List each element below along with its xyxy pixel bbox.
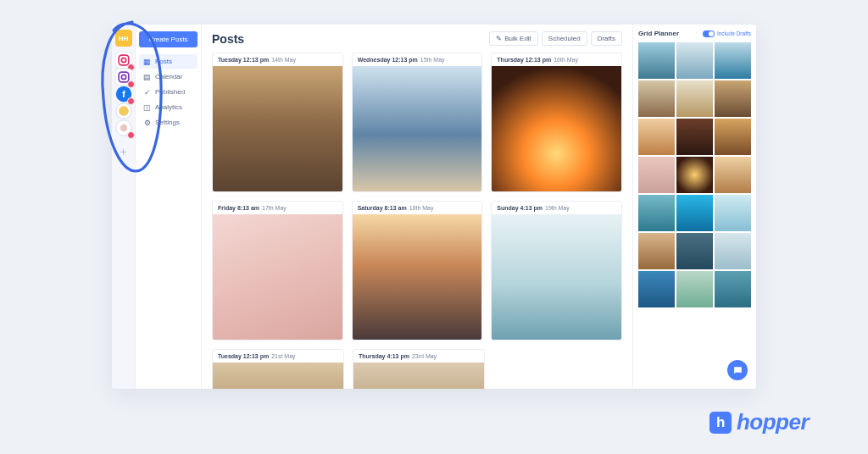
planner-cell[interactable]	[638, 157, 675, 193]
planner-cell[interactable]	[715, 195, 751, 231]
pencil-icon: ✎	[496, 35, 502, 42]
chat-icon	[732, 365, 743, 376]
planner-cell[interactable]	[638, 195, 675, 231]
account-facebook[interactable]: f	[115, 86, 132, 102]
post-thumbnail	[213, 214, 342, 340]
calendar-icon: ▤	[143, 73, 151, 80]
planner-cell[interactable]	[715, 233, 751, 269]
post-meta: Friday 8:13 am17th May	[213, 202, 342, 214]
user-avatar[interactable]: HH	[115, 30, 132, 47]
nav-item-label: Analytics	[155, 103, 182, 111]
post-meta: Tuesday 12:13 pm14th May	[213, 53, 342, 66]
post-thumbnail	[353, 214, 482, 340]
grid-icon: ▦	[143, 58, 151, 65]
grid-planner-panel: Grid Planner Include Drafts	[632, 25, 756, 389]
account-extra[interactable]	[115, 119, 132, 136]
post-meta: Thursday 12:13 pm16th May	[492, 53, 621, 66]
chart-icon: ◫	[143, 103, 151, 111]
nav-item-label: Settings	[155, 119, 180, 126]
add-account-button[interactable]: +	[120, 145, 126, 158]
nav-item-label: Published	[155, 88, 185, 96]
planner-cell[interactable]	[638, 271, 675, 307]
planner-cell[interactable]	[676, 157, 713, 193]
planner-cell[interactable]	[638, 42, 675, 79]
svg-point-9	[119, 106, 129, 116]
page-header: Posts ✎ Bulk Edit Scheduled Drafts	[212, 31, 622, 46]
account-twitter[interactable]	[115, 102, 132, 119]
planner-cell[interactable]	[715, 42, 751, 79]
create-posts-button[interactable]: Create Posts	[139, 31, 198, 47]
account-instagram-1[interactable]	[115, 52, 132, 69]
brand-mark-icon: h	[709, 412, 732, 434]
planner-cell[interactable]	[676, 233, 713, 269]
page-title: Posts	[212, 32, 244, 46]
brand-text: hopper	[737, 409, 809, 435]
post-card[interactable]: Thursday 4:13 pm23rd May	[353, 349, 485, 389]
planner-cell[interactable]	[676, 42, 713, 79]
check-icon: ✓	[143, 88, 151, 96]
filter-scheduled-button[interactable]: Scheduled	[542, 31, 587, 46]
planner-cell[interactable]	[715, 80, 751, 117]
nav-item-published[interactable]: ✓Published	[139, 85, 198, 99]
nav-item-label: Posts	[155, 58, 172, 65]
post-thumbnail	[213, 363, 343, 389]
post-card[interactable]: Saturday 8:13 am18th May	[352, 201, 483, 340]
post-card[interactable]: Tuesday 12:13 pm14th May	[212, 53, 343, 192]
post-thumbnail	[213, 66, 342, 191]
bulk-edit-button[interactable]: ✎ Bulk Edit	[489, 31, 538, 46]
include-drafts-toggle[interactable]: Include Drafts	[703, 30, 751, 37]
brand-logo: h hopper	[709, 409, 809, 435]
post-thumbnail	[353, 363, 484, 389]
planner-cell[interactable]	[715, 157, 751, 193]
planner-cell[interactable]	[676, 80, 713, 117]
post-meta: Saturday 8:13 am18th May	[353, 202, 482, 214]
post-thumbnail	[492, 214, 621, 340]
nav-item-analytics[interactable]: ◫Analytics	[139, 100, 198, 114]
planner-cell[interactable]	[676, 271, 713, 307]
svg-text:f: f	[122, 88, 125, 99]
post-meta: Wednesday 12:13 pm15th May	[353, 53, 482, 66]
nav-item-label: Calendar	[155, 73, 182, 80]
planner-cell[interactable]	[715, 119, 751, 155]
notification-badge	[127, 131, 135, 139]
planner-cell[interactable]	[676, 119, 713, 155]
planner-cell[interactable]	[638, 119, 675, 155]
account-rail: HH f +	[112, 25, 136, 389]
nav-item-calendar[interactable]: ▤Calendar	[139, 69, 198, 84]
post-card[interactable]: Tuesday 12:13 pm21st May	[212, 349, 344, 389]
svg-point-11	[120, 125, 126, 131]
planner-cell[interactable]	[638, 233, 675, 269]
post-thumbnail	[492, 66, 621, 191]
planner-cell[interactable]	[676, 195, 713, 231]
toggle-icon	[703, 30, 715, 37]
gear-icon: ⚙	[143, 119, 151, 126]
post-meta: Sunday 4:13 pm19th May	[492, 202, 621, 214]
post-meta: Thursday 4:13 pm23rd May	[353, 350, 484, 363]
account-instagram-2[interactable]	[115, 69, 132, 86]
nav-item-settings[interactable]: ⚙Settings	[139, 115, 198, 130]
post-card[interactable]: Sunday 4:13 pm19th May	[491, 201, 622, 340]
planner-cell[interactable]	[715, 271, 751, 307]
post-card[interactable]: Wednesday 12:13 pm15th May	[352, 53, 483, 192]
planner-cell[interactable]	[638, 80, 675, 117]
post-thumbnail	[353, 66, 482, 191]
post-card[interactable]: Friday 8:13 am17th May	[212, 201, 343, 340]
post-meta: Tuesday 12:13 pm21st May	[213, 350, 343, 363]
posts-list: Tuesday 12:13 pm14th MayWednesday 12:13 …	[212, 53, 622, 389]
app-window: HH f + Create Posts ▦Posts▤Calendar✓Publ…	[112, 25, 756, 389]
side-nav: Create Posts ▦Posts▤Calendar✓Published◫A…	[136, 25, 202, 389]
filter-drafts-button[interactable]: Drafts	[591, 31, 622, 46]
post-card[interactable]: Thursday 12:13 pm16th May	[491, 53, 622, 192]
help-chat-button[interactable]	[727, 360, 748, 380]
nav-item-posts[interactable]: ▦Posts	[139, 54, 198, 69]
grid-planner-title: Grid Planner	[638, 30, 679, 37]
main-panel: Posts ✎ Bulk Edit Scheduled Drafts Tuesd…	[202, 25, 632, 389]
